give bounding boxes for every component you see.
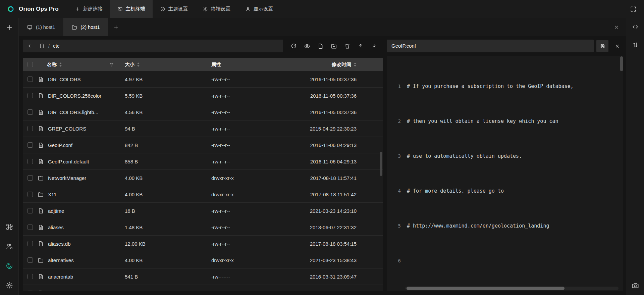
updown-arrows-icon[interactable] xyxy=(631,41,640,49)
row-checkbox[interactable] xyxy=(28,192,33,197)
file-perms: -rw-r--r-- xyxy=(211,241,305,247)
column-header-name[interactable]: 名称 xyxy=(38,61,121,68)
back-button[interactable] xyxy=(23,40,36,52)
row-checkbox[interactable] xyxy=(28,109,33,115)
new-tab-button[interactable] xyxy=(108,18,124,36)
line-number: 4 xyxy=(389,187,401,195)
row-checkbox[interactable] xyxy=(28,241,33,246)
scrollbar-thumb[interactable] xyxy=(380,152,382,176)
camera-icon[interactable] xyxy=(631,281,640,290)
table-row[interactable]: NetworkManager 4.00 KB drwxr-xr-x 2017-0… xyxy=(23,170,383,186)
table-row[interactable]: aliases.db 12.00 KB -rw-r--r-- 2017-08-1… xyxy=(23,236,383,252)
file-mtime: 2016-11-05 00:37:36 xyxy=(305,109,383,115)
delete-button[interactable] xyxy=(342,41,352,51)
refresh-button[interactable] xyxy=(288,41,299,51)
sort-icon[interactable] xyxy=(59,62,62,67)
code-panel-icon[interactable] xyxy=(631,22,640,31)
file-name: DIR_COLORS xyxy=(48,77,81,82)
root-icon[interactable] xyxy=(39,43,45,49)
breadcrumb-path[interactable]: etc xyxy=(53,43,59,49)
file-size: 842 B xyxy=(121,142,211,148)
row-checkbox[interactable] xyxy=(28,225,33,230)
table-row[interactable]: GeoIP.conf 842 B -rw-r--r-- 2016-11-06 0… xyxy=(23,137,383,153)
close-icon[interactable] xyxy=(614,24,619,30)
row-checkbox[interactable] xyxy=(28,274,33,279)
tab-bar: (1) host1 (2) host1 xyxy=(19,18,626,36)
add-connection-icon[interactable] xyxy=(5,23,14,32)
table-row[interactable]: X11 4.00 KB drwxr-xr-x 2017-08-18 11:51:… xyxy=(23,186,383,203)
new-folder-button[interactable] xyxy=(329,41,339,51)
row-checkbox[interactable] xyxy=(28,257,33,263)
editor-hscrollbar[interactable] xyxy=(405,287,619,290)
file-name: adjtime xyxy=(48,208,64,214)
table-scrollbar[interactable] xyxy=(380,71,382,291)
scrollbar-thumb[interactable] xyxy=(620,56,623,71)
column-label: 大小 xyxy=(125,61,135,68)
file-perms: -rw-r--r-- xyxy=(211,159,305,164)
file-mtime: 2016-11-05 00:37:36 xyxy=(305,77,383,82)
menu-display-settings[interactable]: 显示设置 xyxy=(238,0,280,18)
row-checkbox[interactable] xyxy=(28,77,33,82)
users-icon[interactable] xyxy=(5,242,14,251)
sort-icon[interactable] xyxy=(137,62,140,67)
tab-host1-files[interactable]: (2) host1 xyxy=(63,18,108,36)
new-folder-icon xyxy=(331,43,337,49)
row-checkbox[interactable] xyxy=(28,142,33,148)
settings-gear-icon[interactable] xyxy=(5,281,14,290)
upload-button[interactable] xyxy=(356,41,366,51)
file-size: 5.59 KB xyxy=(121,93,211,99)
table-row[interactable]: adjtime 16 B -rw-r--r-- 2021-03-23 14:23… xyxy=(23,203,383,219)
menu-theme-settings[interactable]: 主题设置 xyxy=(153,0,195,18)
table-row[interactable]: anacrontab 541 B -rw------- 2016-03-31 2… xyxy=(23,268,383,285)
left-rail xyxy=(0,18,19,295)
save-button[interactable] xyxy=(596,40,608,52)
terminal-icon xyxy=(117,6,123,12)
row-checkbox[interactable] xyxy=(28,159,33,164)
code-link[interactable]: http://www.maxmind.com/en/geolocation_la… xyxy=(413,223,549,229)
menu-label: 终端设置 xyxy=(211,6,230,12)
file-mtime: 2017-08-18 11:57:41 xyxy=(305,175,383,181)
upload-icon xyxy=(358,43,364,49)
file-type-icon xyxy=(38,224,44,231)
table-row[interactable]: GREP_COLORS 94 B -rw-r--r-- 2015-04-29 2… xyxy=(23,120,383,137)
select-all-checkbox[interactable] xyxy=(28,62,33,67)
tab-host1-terminal[interactable]: (1) host1 xyxy=(19,18,63,36)
download-button[interactable] xyxy=(369,41,379,51)
column-header-mtime[interactable]: 修改时间 xyxy=(305,61,383,68)
command-icon[interactable] xyxy=(5,223,14,231)
editor-toolbar: GeoIP.conf xyxy=(387,40,623,52)
table-row[interactable]: alternatives 4.00 KB drwxr-xr-x 2021-03-… xyxy=(23,252,383,268)
menu-host-terminal[interactable]: 主机终端 xyxy=(110,0,153,18)
editor-vscrollbar[interactable] xyxy=(620,56,623,291)
row-checkbox[interactable] xyxy=(28,208,33,213)
close-editor-button[interactable] xyxy=(611,40,623,52)
menu-terminal-settings[interactable]: 终端设置 xyxy=(195,0,238,18)
new-file-button[interactable] xyxy=(315,41,325,51)
code-line: 4 # for more details, please go to xyxy=(389,187,623,195)
code-editor[interactable]: 1 # If you purchase a subscription to th… xyxy=(387,56,623,291)
row-checkbox[interactable] xyxy=(28,93,33,98)
filter-icon[interactable] xyxy=(109,62,114,67)
file-type-icon xyxy=(38,175,44,181)
editor-panel: GeoIP.conf 1 # If you purchase a subscri… xyxy=(387,40,623,291)
table-row[interactable]: aliases 1.48 KB -rw-r--r-- 2013-06-07 22… xyxy=(23,219,383,236)
table-row[interactable]: DIR_COLORS.lightb... 4.56 KB -rw-r--r-- … xyxy=(23,104,383,120)
table-row[interactable]: DIR_COLORS 4.97 KB -rw-r--r-- 2016-11-05… xyxy=(23,71,383,88)
file-name: aliases xyxy=(48,225,64,230)
row-checkbox[interactable] xyxy=(28,126,33,131)
table-row[interactable]: DIR_COLORS.256color 5.59 KB -rw-r--r-- 2… xyxy=(23,88,383,104)
menu-new-connection[interactable]: 新建连接 xyxy=(67,0,110,18)
scrollbar-thumb[interactable] xyxy=(407,287,565,290)
app-title: Orion Ops Pro xyxy=(19,6,59,12)
file-table: 名称 大小 属性 修改时间 xyxy=(23,58,383,291)
preview-button[interactable] xyxy=(302,41,312,51)
row-checkbox[interactable] xyxy=(28,175,33,181)
column-header-size[interactable]: 大小 xyxy=(121,61,211,68)
file-size: 16 B xyxy=(121,208,211,214)
swirl-ring-icon[interactable] xyxy=(5,261,14,270)
fullscreen-icon[interactable] xyxy=(630,6,637,12)
row-checkbox[interactable] xyxy=(28,291,33,291)
gear-icon xyxy=(203,6,208,12)
sort-icon[interactable] xyxy=(354,62,357,67)
table-row[interactable]: GeoIP.conf.default 858 B -rw-r--r-- 2016… xyxy=(23,153,383,170)
